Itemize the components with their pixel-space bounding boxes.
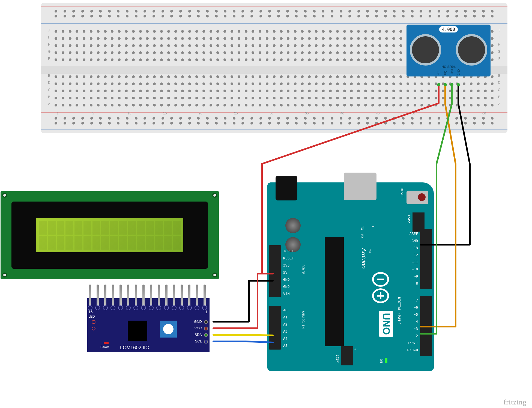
i2c-chip-icon [128, 321, 147, 341]
power-header [269, 245, 281, 297]
i2c-gnd-label: GND [194, 320, 202, 324]
atmega-chip-icon [325, 237, 344, 346]
sensor-pin-labels: Vcc Trig Echo GND [437, 69, 460, 75]
ultrasonic-tx-icon [410, 34, 441, 66]
tx-label: TX [360, 226, 364, 230]
led-label: LED [88, 315, 95, 318]
uno-label: UNO [379, 311, 393, 337]
usb-port-icon [344, 173, 376, 200]
tm-label: TM [368, 249, 371, 253]
i2c-model: LCM1602 IIC [120, 345, 149, 351]
lcd-bezel [11, 202, 208, 269]
lcd-screen [36, 218, 183, 252]
arduino-name: Arduino [360, 248, 367, 269]
l-label: L [371, 226, 375, 228]
i2c-backpack: 16 1 LED Power LCM1602 IIC GND VCC SDA S… [87, 298, 210, 352]
hc-sr04-sensor: 4.000 HC-SR04 Vcc Trig Echo GND [407, 25, 491, 76]
icsp2-label: ICSP2 [407, 213, 411, 223]
on-label: ON [379, 359, 383, 363]
digital-header-bottom [420, 296, 432, 356]
power-section-label: POWER [301, 264, 305, 274]
i2c-scl-label: SCL [195, 339, 202, 343]
contrast-pot-icon [160, 321, 177, 338]
i2c-sda-label: SDA [195, 333, 202, 337]
fritzing-watermark: fritzing [503, 398, 527, 406]
pin1-label: 1 [205, 310, 207, 314]
sensor-reading: 4.000 [439, 26, 458, 32]
digital-header-top [420, 229, 432, 289]
fritzing-canvas: // deferred hole rendering 1510152025303… [0, 0, 532, 408]
analog-section-label: ANALOG IN [301, 311, 305, 329]
sensor-model: HC-SR04 [441, 65, 455, 69]
power-led-icon [104, 342, 109, 344]
arduino-logo-icon [371, 270, 390, 306]
i2c-vcc-label: VCC [195, 326, 202, 330]
arduino-uno: RESET ICSP2 POWER ANALOG IN DIGITAL (PWM… [267, 182, 434, 371]
icsp-label: ICSP [336, 355, 339, 363]
pin16-label: 16 [88, 310, 93, 314]
power-label: Power [100, 345, 109, 348]
reset-button[interactable] [407, 191, 428, 204]
lcd-display [1, 191, 219, 279]
icsp-header [341, 346, 353, 365]
ultrasonic-rx-icon [456, 34, 487, 66]
barrel-jack-icon [276, 176, 297, 200]
capacitor-icon [285, 218, 301, 233]
rx-label: RX [360, 234, 364, 238]
analog-header [269, 306, 281, 350]
digital-section-label: DIGITAL (PWM~) [397, 297, 401, 325]
reset-silk: RESET [400, 188, 404, 198]
